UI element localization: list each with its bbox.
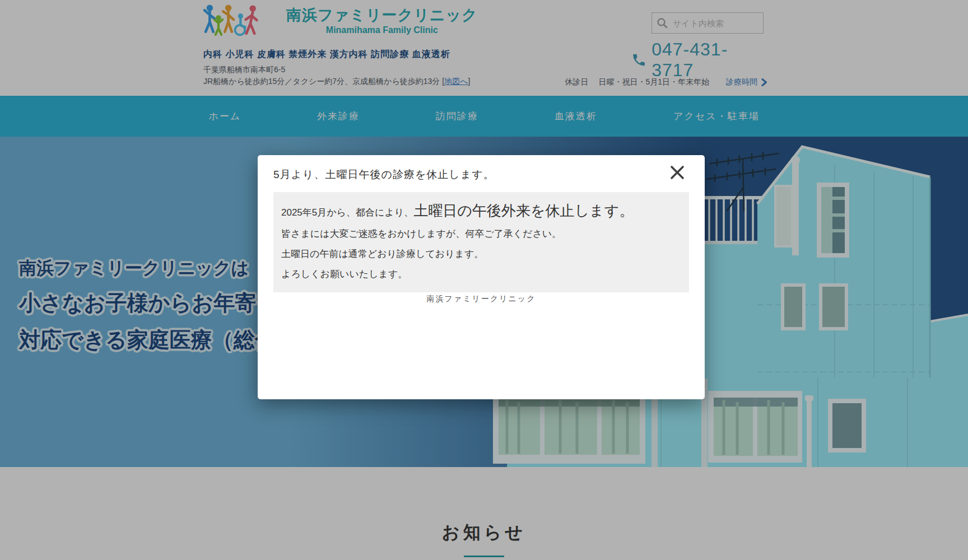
notice-modal: 5月より、土曜日午後の診療を休止します。 2025年5月から、都合により、土曜日… xyxy=(258,155,705,399)
notice-body: 2025年5月から、都合により、土曜日の午後外来を休止します。 皆さまには大変ご… xyxy=(273,192,689,292)
notice-line-4: よろしくお願いいたします。 xyxy=(281,268,681,281)
notice-line-2: 皆さまには大変ご迷惑をおかけしますが、何卒ご了承ください。 xyxy=(281,228,681,241)
notice-lead: 2025年5月から、都合により、 xyxy=(281,207,413,218)
modal-title: 5月より、土曜日午後の診療を休止します。 xyxy=(273,167,495,182)
close-icon[interactable] xyxy=(668,163,687,182)
notice-headline: 2025年5月から、都合により、土曜日の午後外来を休止します。 xyxy=(281,201,681,221)
page: 南浜ファミリークリニック Minamihama Family Clinic 内科… xyxy=(0,0,968,560)
notice-line-3: 土曜日の午前は通常どおり診療しております。 xyxy=(281,248,681,261)
notice-emphasis: 土曜日の午後外来を休止します。 xyxy=(413,202,634,219)
modal-signature: 南浜ファミリークリニック xyxy=(258,294,705,304)
